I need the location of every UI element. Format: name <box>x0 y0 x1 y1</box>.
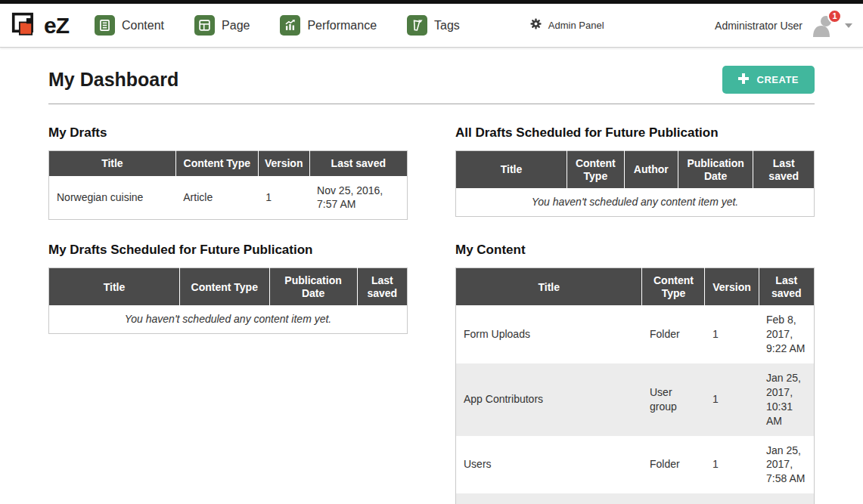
column-header: Title <box>49 151 176 176</box>
panel-title: All Drafts Scheduled for Future Publicat… <box>455 125 815 141</box>
table-cell: User group <box>642 363 705 436</box>
table-cell: Feb 8, 2017, 9:22 AM <box>759 305 814 363</box>
user-name: Administrator User <box>715 20 802 32</box>
nav-item-label: Performance <box>307 19 377 32</box>
admin-panel-menu[interactable]: Admin Panel <box>529 17 604 33</box>
create-button[interactable]: CREATE <box>722 66 815 94</box>
top-navigation-bar: eZ Content Page <box>0 4 863 48</box>
table-cell: Form Uploads <box>456 305 642 363</box>
gear-icon <box>529 17 542 33</box>
my-content-table: TitleContent TypeVersionLast saved Form … <box>455 267 815 504</box>
table-cell: 1 <box>705 305 759 363</box>
nav-item-content[interactable]: Content <box>95 15 164 36</box>
nav-item-tags[interactable]: Tags <box>407 15 460 36</box>
column-header: Title <box>49 268 180 306</box>
user-menu[interactable]: Administrator User 1 <box>715 14 852 37</box>
panel-my-drafts: My Drafts TitleContent TypeVersionLast s… <box>48 125 408 220</box>
table-cell: Jan 25, 2017, 7:58 AM <box>759 436 814 494</box>
column-header: Title <box>456 268 642 306</box>
table-cell: 1 <box>705 436 759 494</box>
tags-icon <box>407 15 427 36</box>
dashboard-page: My Dashboard CREATE My Drafts TitleConte… <box>0 48 863 504</box>
panel-title: My Drafts <box>48 125 408 141</box>
table-header-row: TitleContent TypeAuthorPublication DateL… <box>456 151 815 189</box>
column-header: Content Type <box>180 268 270 306</box>
ez-logo-text: eZ <box>44 13 69 39</box>
my-drafts-table: TitleContent TypeVersionLast saved Norwe… <box>48 150 408 220</box>
column-header: Author <box>624 151 678 189</box>
panel-my-drafts-scheduled: My Drafts Scheduled for Future Publicati… <box>48 243 408 504</box>
notification-badge: 1 <box>827 9 842 23</box>
plus-icon <box>738 73 749 86</box>
ez-logo-icon <box>11 11 41 40</box>
table-row[interactable]: App ContributorsUser group1Jan 25, 2017,… <box>456 363 815 436</box>
column-header: Last saved <box>357 268 407 306</box>
table-cell: Norwegian cuisine <box>49 176 176 220</box>
table-cell: Folder <box>642 436 705 494</box>
panel-all-drafts-scheduled: All Drafts Scheduled for Future Publicat… <box>455 125 815 220</box>
performance-icon <box>280 15 300 36</box>
panel-title: My Content <box>455 243 815 258</box>
page-header: My Dashboard CREATE <box>48 48 815 104</box>
table-row[interactable]: Form UploadsFolder1Feb 8, 2017, 9:22 AM <box>456 305 815 363</box>
column-header: Content Type <box>642 268 705 306</box>
column-header: Version <box>258 151 309 176</box>
column-header: Content Type <box>567 151 624 189</box>
column-header: Publication Date <box>678 151 753 189</box>
page-title: My Dashboard <box>48 69 178 91</box>
table-cell: Jan 25, 2017, 10:31 AM <box>759 363 814 436</box>
table-row[interactable]: Norwegian cuisineArticle1Nov 25, 2016, 7… <box>49 176 408 220</box>
table-header-row: TitleContent TypeVersionLast saved <box>456 268 815 306</box>
column-header: Content Type <box>175 151 258 176</box>
empty-state-row: You haven't scheduled any content item y… <box>49 305 408 333</box>
table-row[interactable]: UsersFolder1Jan 25, 2017, 7:58 AM <box>456 436 815 494</box>
content-icon <box>95 15 115 36</box>
main-menu: Content Page Per <box>95 15 460 36</box>
create-button-label: CREATE <box>757 74 799 85</box>
nav-item-label: Content <box>122 19 164 32</box>
table-cell: App <box>456 493 642 504</box>
column-header: Last saved <box>759 268 814 306</box>
my-drafts-scheduled-table: TitleContent TypePublication DateLast sa… <box>48 267 408 334</box>
table-cell: 1 <box>258 176 309 220</box>
column-header: Last saved <box>309 151 407 176</box>
page-icon <box>194 15 215 36</box>
all-drafts-scheduled-table: TitleContent TypeAuthorPublication DateL… <box>455 150 815 217</box>
panel-title: My Drafts Scheduled for Future Publicati… <box>48 243 408 258</box>
table-cell: 1 <box>705 363 759 436</box>
table-cell: Folder <box>642 305 705 363</box>
table-cell: App Contributors <box>456 363 642 436</box>
table-cell: Nov 25, 2016, 7:57 AM <box>309 176 407 220</box>
table-cell: Folder <box>642 493 705 504</box>
panel-my-content: My Content TitleContent TypeVersionLast … <box>455 243 815 504</box>
ez-logo[interactable]: eZ <box>11 11 69 40</box>
nav-item-label: Tags <box>434 19 460 32</box>
table-cell: Users <box>456 436 642 494</box>
nav-item-page[interactable]: Page <box>194 15 250 36</box>
column-header: Title <box>456 151 567 189</box>
dashboard-grid: My Drafts TitleContent TypeVersionLast s… <box>48 125 815 504</box>
table-cell: 1 <box>705 493 759 504</box>
column-header: Version <box>705 268 759 306</box>
table-cell: Article <box>175 176 258 220</box>
nav-item-label: Page <box>222 19 250 32</box>
empty-state-row: You haven't scheduled any content item y… <box>456 188 815 216</box>
chevron-down-icon <box>845 23 852 28</box>
table-row[interactable]: AppFolder1Jan 25, 2017, 7:55 AM <box>456 493 815 504</box>
empty-state-message: You haven't scheduled any content item y… <box>49 305 408 333</box>
column-header: Publication Date <box>269 268 357 306</box>
column-header: Last saved <box>753 151 815 189</box>
table-header-row: TitleContent TypeVersionLast saved <box>49 151 408 176</box>
nav-item-performance[interactable]: Performance <box>280 15 377 36</box>
avatar: 1 <box>810 14 836 37</box>
table-header-row: TitleContent TypePublication DateLast sa… <box>49 268 408 306</box>
table-cell: Jan 25, 2017, 7:55 AM <box>759 493 814 504</box>
admin-panel-label: Admin Panel <box>548 20 604 31</box>
empty-state-message: You haven't scheduled any content item y… <box>456 188 815 216</box>
